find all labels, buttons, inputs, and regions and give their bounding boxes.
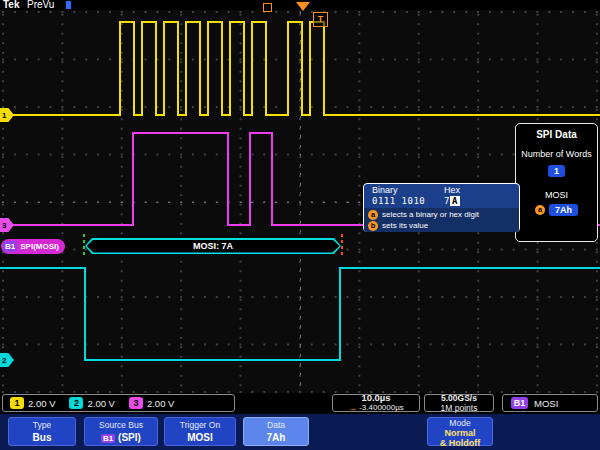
mode-value-line2: & Holdoff	[428, 438, 492, 448]
type-label: Type	[9, 421, 75, 430]
waveform-ch1-sclk	[0, 22, 600, 115]
ch1-badge: 1	[10, 397, 24, 409]
source-bus-protocol: (SPI)	[118, 432, 141, 443]
bus-b1-badge: B1	[3, 241, 17, 252]
menu-mode-button[interactable]: Mode Normal & Holdoff	[427, 417, 493, 446]
trigger-on-value: MOSI	[165, 433, 235, 443]
ch1-scale: 2.00 V	[28, 398, 55, 409]
decode-end-marker	[341, 234, 343, 258]
acquisition-readout: 5.00GS/s 1M points	[424, 394, 494, 412]
type-value: Bus	[9, 433, 75, 443]
ch3-badge: 3	[129, 397, 143, 409]
hex-cursor: A	[450, 196, 460, 206]
spi-data-side-menu: SPI Data Number of Words 1 MOSI a 7Ah	[515, 123, 598, 242]
hex-value: 7A	[444, 196, 519, 206]
status-indicator	[66, 1, 71, 9]
knob-hints: a selects a binary or hex digit b sets i…	[364, 208, 519, 232]
hint-b-text: sets its value	[382, 221, 428, 230]
menu-type-button[interactable]: Type Bus	[8, 417, 76, 446]
hint-a-text: selects a binary or hex digit	[382, 210, 479, 219]
number-of-words-value[interactable]: 1	[548, 165, 565, 177]
data-entry-popup: Binary Hex 0111 1010 7A a selects a bina…	[363, 183, 520, 232]
knob-a-icon: a	[368, 210, 378, 220]
channel-readouts: 1 2.00 V 2 2.00 V 3 2.00 V	[2, 394, 235, 412]
ch3-readout: 3 2.00 V	[129, 397, 174, 409]
data-value: 7Ah	[244, 433, 308, 443]
trigger-indicator[interactable]: T	[313, 12, 328, 27]
spi-decode-packet[interactable]: MOSI: 7A	[85, 238, 341, 254]
mosi-label: MOSI	[516, 190, 597, 201]
menu-data-button[interactable]: Data 7Ah	[243, 417, 309, 446]
tek-logo: Tek	[3, 0, 20, 10]
expansion-point-marker	[263, 3, 272, 12]
bus-b1-label[interactable]: B1 SPI(MOSI)	[1, 239, 65, 254]
ch3-scale: 2.00 V	[147, 398, 174, 409]
source-bus-label: Source Bus	[85, 421, 157, 430]
trigger-position-value: -3.400000µs	[359, 404, 404, 412]
mode-value-line1: Normal	[428, 428, 492, 438]
decode-value: MOSI: 7A	[193, 241, 233, 251]
panel-title: SPI Data	[516, 129, 597, 140]
data-label: Data	[244, 421, 308, 430]
menu-trigger-on-button[interactable]: Trigger On MOSI	[164, 417, 236, 446]
sample-rate: 5.00GS/s	[441, 394, 477, 403]
acquisition-status: PreVu	[27, 0, 54, 10]
bus-trigger-readout: B1 MOSI	[502, 394, 598, 412]
source-bus-b1-badge: B1	[101, 434, 115, 443]
trigger-on-label: Trigger On	[165, 421, 235, 430]
mode-label: Mode	[428, 419, 492, 428]
knob-b-icon: b	[368, 221, 378, 231]
ch2-readout: 2 2.00 V	[69, 397, 114, 409]
ch1-readout: 1 2.00 V	[10, 397, 55, 409]
knob-a-icon: a	[535, 205, 545, 215]
source-bus-value: B1 (SPI)	[85, 433, 157, 443]
record-length: 1M points	[441, 404, 478, 413]
timebase-value: 10.0µs	[361, 393, 390, 403]
mosi-value: 7Ah	[549, 204, 578, 216]
menu-source-bus-button[interactable]: Source Bus B1 (SPI)	[84, 417, 158, 446]
mosi-value-row[interactable]: a 7Ah	[516, 204, 597, 216]
trigger-position-arrow-icon: →	[348, 404, 357, 413]
bottom-menu-bar: Type Bus Source Bus B1 (SPI) Trigger On …	[0, 414, 600, 450]
bus-name-label: SPI(MOSI)	[20, 242, 59, 251]
graticule-area: 1 3 2 B1 SPI(MOSI) MOSI: 7A Binary Hex 0…	[0, 10, 600, 393]
oscilloscope-display: Tek PreVu 1 3 2 B1 SPI(MOSI) MOSI: 7A Bi…	[0, 0, 600, 450]
timebase-readout: 10.0µs → -3.400000µs	[332, 394, 420, 412]
ch2-scale: 2.00 V	[87, 398, 114, 409]
number-of-words-label: Number of Words	[516, 149, 597, 160]
status-bar: 1 2.00 V 2 2.00 V 3 2.00 V 10.0µs → -3.4…	[0, 393, 600, 414]
ch2-badge: 2	[69, 397, 83, 409]
binary-label: Binary	[372, 185, 444, 195]
waveform-ch2-cs	[0, 268, 600, 360]
decode-start-marker	[83, 234, 85, 258]
bus-trigger-source: MOSI	[534, 398, 558, 409]
bus-b1-badge: B1	[511, 397, 528, 409]
binary-value: 0111 1010	[372, 196, 444, 206]
hex-label: Hex	[444, 185, 519, 195]
